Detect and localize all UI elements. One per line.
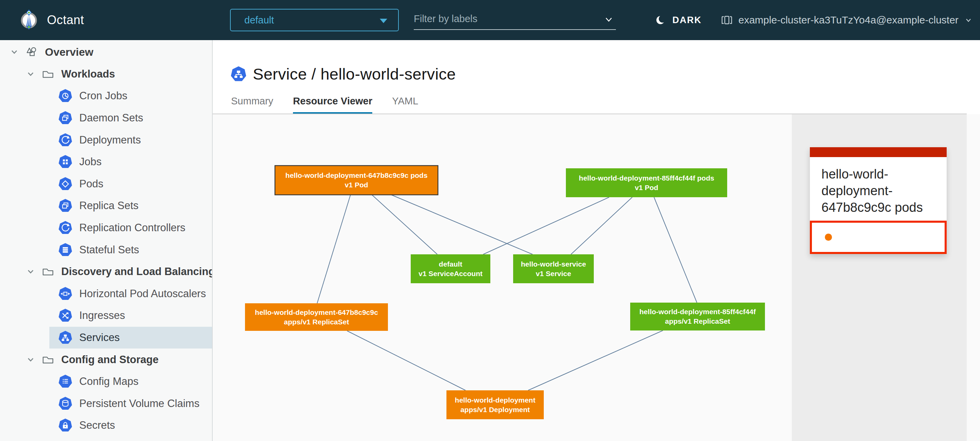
cluster-context-label: example-cluster-ka3TuTzYo4a@example-clus…	[738, 14, 959, 26]
sidebar-item-label: Stateful Sets	[79, 244, 139, 256]
theme-toggle-button[interactable]: DARK	[655, 0, 702, 40]
label-filter-input[interactable]	[414, 8, 616, 30]
node-label-kind: apps/v1 Deployment	[460, 406, 530, 414]
terminal-icon	[721, 14, 733, 26]
daemon-sets-icon	[58, 111, 73, 125]
folder-icon	[41, 67, 55, 81]
node-label-kind: v1 Pod	[635, 184, 659, 192]
graph-node-pod-647b8c9c9c[interactable]: hello-world-deployment-647b8c9c9c podsv1…	[275, 166, 438, 195]
graph-edge	[347, 331, 466, 390]
node-detail-card: hello-world-deployment-647b8c9c9c pods	[810, 147, 947, 254]
status-box	[810, 220, 947, 254]
app-header: Octant default DARK example-cluster-ka3T…	[0, 0, 980, 40]
sidebar-item-label: Cron Jobs	[79, 90, 127, 102]
graph-node-replicaset-85ff4cf44f[interactable]: hello-world-deployment-85ff4cf44fapps/v1…	[630, 303, 765, 330]
sidebar-item-label: Persistent Volume Claims	[79, 398, 199, 410]
theme-toggle-label: DARK	[672, 15, 702, 25]
services-icon	[58, 330, 73, 345]
service-icon	[231, 66, 247, 82]
overview-icon	[24, 45, 39, 59]
sidebar-item-pods[interactable]: Pods	[49, 173, 212, 195]
tab-divider	[213, 114, 967, 114]
card-title: hello-world-deployment-647b8c9c9c pods	[810, 157, 947, 220]
graph-edge	[391, 195, 533, 254]
tab-yaml[interactable]: YAML	[392, 95, 418, 115]
folder-icon	[41, 265, 55, 279]
persistent-volume-claims-icon	[58, 397, 73, 411]
deployments-icon	[58, 133, 73, 147]
node-label-name: default	[439, 260, 463, 268]
sidebar-item-stateful-sets[interactable]: Stateful Sets	[49, 239, 212, 261]
cluster-context-menu[interactable]: example-cluster-ka3TuTzYo4a@example-clus…	[721, 0, 973, 40]
label-filter	[414, 8, 616, 30]
sidebar-item-jobs[interactable]: Jobs	[49, 151, 212, 173]
chevron-down-icon[interactable]	[603, 14, 614, 27]
sidebar-item-config-maps[interactable]: Config Maps	[49, 371, 212, 393]
resource-viewer-graph: hello-world-deployment-647b8c9c9c podsv1…	[213, 114, 792, 441]
graph-node-service-hello-world-service[interactable]: hello-world-servicev1 Service	[513, 254, 594, 283]
tab-summary[interactable]: Summary	[231, 95, 273, 115]
sidebar-item-label: Config Maps	[79, 375, 138, 388]
node-label-name: hello-world-deployment-85ff4cf44f pods	[579, 174, 714, 182]
octant-app: Octant default DARK example-cluster-ka3T…	[0, 0, 980, 441]
chevron-down-icon[interactable]	[24, 354, 37, 366]
node-label-name: hello-world-service	[521, 260, 586, 268]
sidebar-item-ingresses[interactable]: Ingresses	[49, 305, 212, 327]
sidebar-item-replication-controllers[interactable]: Replication Controllers	[49, 217, 212, 239]
caret-down-icon	[380, 19, 387, 23]
app-name: Octant	[47, 13, 84, 27]
sidebar-item-deployments[interactable]: Deployments	[49, 129, 212, 151]
sidebar: OverviewWorkloadsCron JobsDaemon SetsDep…	[0, 40, 213, 441]
sidebar-item-replica-sets[interactable]: Replica Sets	[49, 195, 212, 217]
sidebar-item-discovery-and-load-balancing[interactable]: Discovery and Load Balancing	[0, 261, 212, 283]
node-label-kind: v1 Pod	[345, 181, 368, 189]
graph-edge	[483, 197, 609, 254]
sidebar-item-label: Horizontal Pod Autoscalers	[79, 288, 206, 300]
sidebar-item-label: Jobs	[79, 156, 102, 168]
sidebar-item-horizontal-pod-autoscalers[interactable]: Horizontal Pod Autoscalers	[49, 283, 212, 305]
page-title-text: Service / hello-world-service	[253, 65, 456, 83]
graph-edge	[528, 330, 663, 390]
sidebar-item-label: Ingresses	[79, 309, 125, 322]
graph-edge	[571, 197, 632, 254]
sidebar-item-daemon-sets[interactable]: Daemon Sets	[49, 107, 212, 129]
secrets-icon	[58, 418, 73, 433]
content-header: Service / hello-world-service SummaryRes…	[213, 40, 980, 115]
graph-node-replicaset-647b8c9c9c[interactable]: hello-world-deployment-647b8c9c9capps/v1…	[245, 303, 388, 331]
sidebar-item-label: Config and Storage	[61, 354, 159, 366]
sidebar-item-cron-jobs[interactable]: Cron Jobs	[49, 85, 212, 107]
graph-edge	[372, 195, 437, 254]
graph-edge	[317, 195, 350, 303]
jobs-icon	[58, 155, 73, 169]
folder-icon	[41, 352, 55, 367]
chevron-down-icon[interactable]	[24, 68, 37, 80]
sidebar-item-overview[interactable]: Overview	[0, 41, 212, 63]
page-title: Service / hello-world-service	[231, 65, 456, 83]
namespace-select[interactable]: default	[230, 9, 399, 31]
graph-node-serviceaccount-default[interactable]: defaultv1 ServiceAccount	[411, 254, 490, 283]
tab-resource-viewer[interactable]: Resource Viewer	[293, 95, 372, 115]
moon-icon	[655, 14, 667, 26]
graph-node-pod-85ff4cf44f[interactable]: hello-world-deployment-85ff4cf44f podsv1…	[566, 168, 727, 197]
sidebar-item-services[interactable]: Services	[49, 327, 212, 349]
detail-panel: hello-world-deployment-647b8c9c9c pods	[792, 114, 967, 441]
chevron-down-icon[interactable]	[8, 46, 21, 58]
sidebar-item-label: Secrets	[79, 419, 115, 431]
sidebar-item-label: Workloads	[61, 68, 115, 80]
sidebar-item-secrets[interactable]: Secrets	[49, 414, 212, 436]
namespace-select-value: default	[244, 14, 274, 26]
horizontal-pod-autoscalers-icon	[58, 287, 73, 301]
sidebar-item-label: Pods	[79, 178, 103, 190]
chevron-down-icon[interactable]	[24, 266, 37, 278]
sidebar-item-persistent-volume-claims[interactable]: Persistent Volume Claims	[49, 393, 212, 415]
status-dot-icon	[825, 233, 832, 241]
sidebar-item-label: Replication Controllers	[79, 222, 185, 234]
sidebar-item-workloads[interactable]: Workloads	[0, 63, 212, 85]
replica-sets-icon	[58, 198, 73, 213]
graph-node-deployment-hello-world[interactable]: hello-world-deploymentapps/v1 Deployment	[447, 390, 544, 419]
sidebar-item-label: Services	[79, 332, 120, 344]
config-maps-icon	[58, 374, 73, 389]
sidebar-item-label: Discovery and Load Balancing	[61, 266, 213, 278]
sidebar-item-config-and-storage[interactable]: Config and Storage	[0, 349, 212, 371]
chevron-down-icon	[964, 16, 973, 24]
